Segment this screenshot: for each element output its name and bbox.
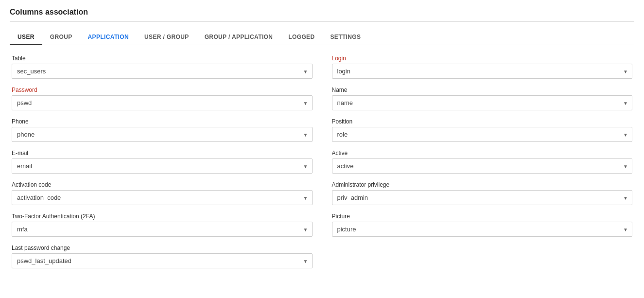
label-last_password_change: Last password change: [12, 245, 313, 251]
page-title: Columns association: [10, 8, 634, 22]
select-picture[interactable]: picture: [332, 222, 632, 236]
select-position[interactable]: role: [332, 127, 632, 141]
label-table: Table: [12, 55, 313, 62]
tab-settings[interactable]: SETTINGS: [322, 30, 368, 45]
select-password[interactable]: pswd: [12, 96, 312, 110]
label-picture: Picture: [332, 213, 633, 220]
select-phone[interactable]: phone: [12, 127, 312, 141]
form-group-admin_privilege: Administrator privilegepriv_admin▼: [332, 181, 633, 205]
select-two_factor[interactable]: mfa: [12, 222, 312, 236]
form-group-active: Activeactive▼: [332, 150, 633, 174]
page-container: Columns association USERGROUPAPPLICATION…: [0, 0, 644, 284]
tab-logged[interactable]: LOGGED: [280, 30, 322, 45]
form-group-picture: Picturepicture▼: [332, 213, 633, 237]
label-name: Name: [332, 87, 633, 93]
form-group-password: Passwordpswd▼: [12, 87, 313, 110]
tab-user-group[interactable]: USER / GROUP: [137, 30, 197, 45]
select-name[interactable]: name: [332, 96, 632, 110]
tab-user[interactable]: USER: [10, 30, 42, 45]
select-login[interactable]: login: [332, 64, 632, 78]
label-email: E-mail: [12, 150, 313, 157]
form-group-position: Positionrole▼: [332, 118, 633, 142]
form-group-phone: Phonephone▼: [12, 118, 313, 142]
form-group-email: E-mailemail▼: [12, 150, 313, 174]
form-left-column: Tablesec_users▼Passwordpswd▼Phonephone▼E…: [12, 55, 313, 276]
label-password: Password: [12, 87, 313, 93]
label-phone: Phone: [12, 118, 313, 125]
tabs-bar: USERGROUPAPPLICATIONUSER / GROUPGROUP / …: [10, 30, 634, 45]
label-admin_privilege: Administrator privilege: [332, 181, 633, 188]
form-group-activation_code: Activation codeactivation_code▼: [12, 181, 313, 205]
label-activation_code: Activation code: [12, 181, 313, 188]
select-admin_privilege[interactable]: priv_admin: [332, 191, 632, 205]
form-group-table: Tablesec_users▼: [12, 55, 313, 79]
form-group-two_factor: Two-Factor Authentication (2FA)mfa▼: [12, 213, 313, 237]
label-two_factor: Two-Factor Authentication (2FA): [12, 213, 313, 220]
select-email[interactable]: email: [12, 159, 312, 173]
select-table[interactable]: sec_users: [12, 64, 312, 78]
form-grid: Tablesec_users▼Passwordpswd▼Phonephone▼E…: [10, 55, 634, 276]
label-active: Active: [332, 150, 633, 157]
label-position: Position: [332, 118, 633, 125]
select-active[interactable]: active: [332, 159, 632, 173]
tab-group[interactable]: GROUP: [42, 30, 80, 45]
label-login: Login: [332, 55, 633, 62]
form-group-last_password_change: Last password changepswd_last_updated▼: [12, 245, 313, 268]
select-last_password_change[interactable]: pswd_last_updated: [12, 254, 312, 268]
tab-group-application[interactable]: GROUP / APPLICATION: [197, 30, 281, 45]
form-group-login: Loginlogin▼: [332, 55, 633, 79]
select-activation_code[interactable]: activation_code: [12, 191, 312, 205]
form-right-column: Loginlogin▼Namename▼Positionrole▼Activea…: [332, 55, 633, 276]
form-group-name: Namename▼: [332, 87, 633, 110]
tab-application[interactable]: APPLICATION: [80, 30, 137, 45]
